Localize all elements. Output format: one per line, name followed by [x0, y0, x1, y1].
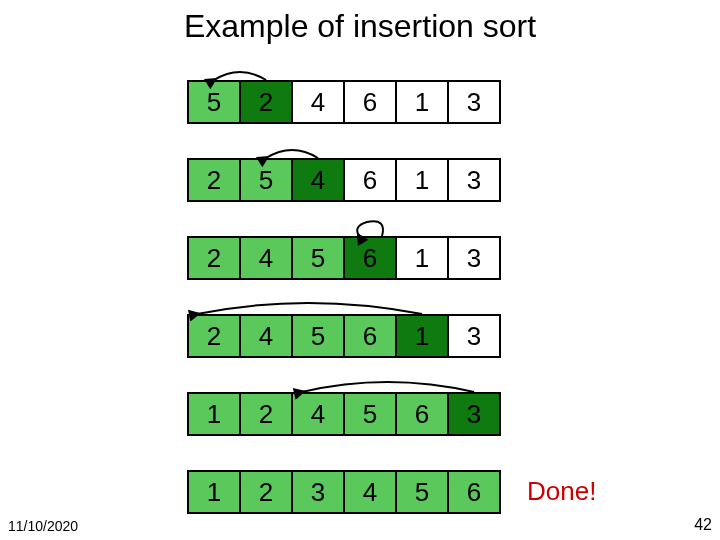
- cell-value: 3: [311, 477, 325, 508]
- array-cell: 1: [187, 470, 241, 514]
- cell-value: 6: [363, 243, 377, 274]
- array-row: 5 2 4 6 1 3: [187, 80, 499, 158]
- array-cell: 1: [395, 158, 449, 202]
- cell-value: 1: [415, 243, 429, 274]
- array-cell: 6: [447, 470, 501, 514]
- array-cell: 5: [291, 236, 345, 280]
- cell-value: 5: [363, 399, 377, 430]
- array-cell: 5: [343, 392, 397, 436]
- array-row: 1 2 3 4 5 6 Done!: [187, 470, 499, 520]
- cell-value: 3: [467, 399, 481, 430]
- array-cell: 1: [395, 80, 449, 124]
- array-row: 2 4 5 6 1 3: [187, 314, 499, 392]
- array-cell: 2: [187, 236, 241, 280]
- cell-value: 1: [207, 477, 221, 508]
- array-row: 1 2 4 5 6 3: [187, 392, 499, 470]
- cell-value: 6: [363, 87, 377, 118]
- array-cell: 5: [395, 470, 449, 514]
- cell-value: 1: [415, 321, 429, 352]
- done-label: Done!: [527, 476, 596, 507]
- cell-value: 4: [311, 165, 325, 196]
- array-cell: 6: [343, 236, 397, 280]
- array-cell: 2: [239, 80, 293, 124]
- array-cell: 2: [239, 392, 293, 436]
- array-cell: 3: [447, 158, 501, 202]
- cell-value: 5: [311, 243, 325, 274]
- footer-date: 11/10/2020: [8, 518, 78, 534]
- cell-value: 5: [311, 321, 325, 352]
- cell-value: 2: [207, 321, 221, 352]
- array-cell: 6: [343, 80, 397, 124]
- array-cell: 4: [291, 80, 345, 124]
- cell-value: 3: [467, 165, 481, 196]
- cell-value: 2: [207, 243, 221, 274]
- cell-value: 2: [259, 477, 273, 508]
- cell-value: 6: [363, 165, 377, 196]
- array-cell: 3: [447, 314, 501, 358]
- array-cell: 3: [447, 80, 501, 124]
- cell-value: 4: [311, 87, 325, 118]
- array-cell: 6: [343, 314, 397, 358]
- array-cell: 4: [343, 470, 397, 514]
- cell-value: 4: [259, 321, 273, 352]
- cell-value: 2: [207, 165, 221, 196]
- cell-value: 1: [207, 399, 221, 430]
- cell-value: 5: [207, 87, 221, 118]
- cell-value: 1: [415, 165, 429, 196]
- array-cell: 1: [395, 236, 449, 280]
- cell-value: 6: [467, 477, 481, 508]
- array-row: 2 4 5 6 1 3: [187, 236, 499, 314]
- array-cell: 5: [239, 158, 293, 202]
- array-cell: 1: [187, 392, 241, 436]
- array-cell: 6: [343, 158, 397, 202]
- array-cell: 6: [395, 392, 449, 436]
- cell-value: 3: [467, 321, 481, 352]
- cell-value: 4: [311, 399, 325, 430]
- array-cell: 1: [395, 314, 449, 358]
- cell-value: 2: [259, 87, 273, 118]
- array-cell: 3: [447, 392, 501, 436]
- array-cell: 5: [187, 80, 241, 124]
- array-cell: 5: [291, 314, 345, 358]
- array-cell: 4: [239, 314, 293, 358]
- cell-value: 5: [259, 165, 273, 196]
- cell-value: 3: [467, 243, 481, 274]
- array-cell: 3: [447, 236, 501, 280]
- array-cell: 4: [239, 236, 293, 280]
- array-cell: 2: [187, 158, 241, 202]
- slide-title: Example of insertion sort: [0, 8, 720, 45]
- cell-value: 4: [259, 243, 273, 274]
- cell-value: 3: [467, 87, 481, 118]
- array-cell: 2: [187, 314, 241, 358]
- cell-value: 1: [415, 87, 429, 118]
- slide: Example of insertion sort 5 2 4 6 1 3: [0, 0, 720, 540]
- array-rows: 5 2 4 6 1 3 2 5 4 6 1 3: [187, 80, 499, 520]
- cell-value: 4: [363, 477, 377, 508]
- cell-value: 5: [415, 477, 429, 508]
- footer-page-number: 42: [694, 516, 712, 534]
- array-cell: 3: [291, 470, 345, 514]
- cell-value: 6: [363, 321, 377, 352]
- array-cell: 2: [239, 470, 293, 514]
- array-cell: 4: [291, 158, 345, 202]
- cell-value: 6: [415, 399, 429, 430]
- array-row: 2 5 4 6 1 3: [187, 158, 499, 236]
- array-cell: 4: [291, 392, 345, 436]
- cell-value: 2: [259, 399, 273, 430]
